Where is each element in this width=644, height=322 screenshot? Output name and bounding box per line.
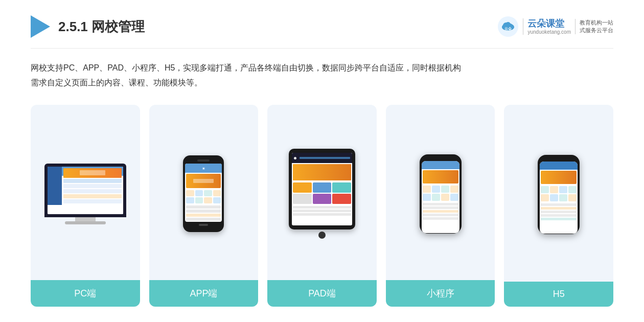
svg-point-4: [505, 22, 511, 27]
brand-url: yunduoketang.com: [527, 29, 571, 35]
header: 2.5.1 网校管理 云朵 云朵课堂 yunduoketang.com: [31, 15, 613, 49]
tablet-mockup: [289, 149, 355, 239]
cloud-icon: 云朵: [497, 16, 519, 37]
card-pc-label: PC端: [31, 280, 140, 307]
card-miniprogram-label: 小程序: [386, 280, 495, 307]
card-pc-image: [31, 105, 140, 280]
logo-triangle-icon: [31, 15, 50, 38]
brand-logo: 云朵 云朵课堂 yunduoketang.com 教育机构一站 式服务云平台: [497, 16, 613, 37]
description-line1: 网校支持PC、APP、PAD、小程序、H5，实现多端打通，产品各终端自由切换，数…: [31, 61, 613, 76]
phone-h5-mockup: [538, 155, 580, 234]
card-app-label: APP端: [149, 280, 259, 307]
card-miniprogram-image: [386, 105, 495, 280]
brand-name: 云朵课堂: [527, 18, 571, 30]
description-line2: 需求自定义页面上的内容、课程、功能模块等。: [31, 76, 613, 90]
card-app: ▣: [149, 105, 259, 307]
card-h5-label: H5: [504, 282, 613, 307]
svg-text:云朵: 云朵: [504, 27, 512, 31]
header-right: 云朵 云朵课堂 yunduoketang.com 教育机构一站 式服务云平台: [497, 16, 613, 37]
card-app-image: ▣: [149, 105, 259, 280]
page-title: 2.5.1 网校管理: [58, 18, 145, 36]
phone-mini-mockup: [420, 154, 462, 234]
card-pad-label: PAD端: [267, 280, 377, 307]
card-pad: PAD端: [267, 105, 377, 307]
card-h5-image: [504, 105, 613, 282]
card-h5: H5: [504, 105, 613, 307]
phone-app-mockup: ▣: [183, 155, 224, 232]
card-miniprogram: 小程序: [386, 105, 495, 307]
monitor-mockup: [44, 164, 126, 224]
brand-slogan: 教育机构一站 式服务云平台: [575, 19, 613, 35]
brand-text: 云朵课堂 yunduoketang.com: [523, 18, 571, 35]
header-left: 2.5.1 网校管理: [31, 15, 145, 38]
page-wrapper: 2.5.1 网校管理 云朵 云朵课堂 yunduoketang.com: [0, 0, 644, 322]
cards-container: PC端 ▣: [31, 105, 613, 307]
card-pad-image: [267, 105, 377, 280]
card-pc: PC端: [31, 105, 140, 307]
description: 网校支持PC、APP、PAD、小程序、H5，实现多端打通，产品各终端自由切换，数…: [31, 61, 613, 90]
